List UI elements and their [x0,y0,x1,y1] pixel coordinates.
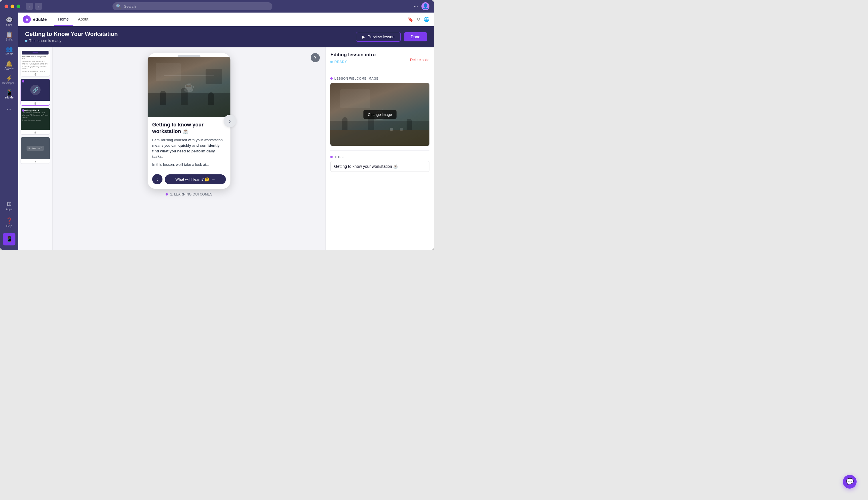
preview-lesson-button[interactable]: ▶ Preview lesson [356,32,400,42]
sidebar-item-shifts[interactable]: 📋 Shifts [1,30,17,43]
slide-thumb-6[interactable]: Knowledge Check How much do you know abo… [21,108,50,135]
close-button[interactable] [4,4,8,8]
next-slide-button[interactable]: › [224,115,236,127]
section-title-text: TITLE [334,155,344,159]
panel-status-dot [330,61,332,63]
section-dot-image [330,77,332,80]
sidebar-item-teams[interactable]: 👥 Teams [1,44,17,58]
main-content: e eduMe Home About 🔖 ↻ 🌐 Getting to Know [18,13,434,250]
mobile-preview: ☕ Getting to know your workstation ☕ [148,53,230,189]
teams-icon: 👥 [6,46,13,52]
maximize-button[interactable] [16,4,20,8]
content-area: Part Two: The POS System: 101 Now take a… [18,47,434,250]
slide-number-5: 5 [21,102,50,105]
shifts-icon: 📋 [6,32,13,37]
refresh-icon[interactable]: ↻ [417,16,420,22]
change-image-button[interactable]: Change image [363,110,397,119]
slide-5-content: 🔗 [21,79,50,101]
developer-icon: ⚡ [6,75,13,81]
sidebar-item-help[interactable]: ❓ Help [1,215,17,230]
right-panel: Editing lesson intro READY Delete slide … [326,47,434,250]
lesson-image-preview: ☕ Change image [330,83,429,146]
status-text: The lesson is ready [29,38,61,43]
slide-thumb-7[interactable]: Section 1 of 5 7 [21,137,50,164]
mobile-icon: 📱 [6,236,13,242]
sidebar-item-developer[interactable]: ⚡ Developer... [1,73,17,87]
cta-label: What will I learn? 🤔 [175,177,209,182]
more-apps-icon[interactable]: ··· [5,104,13,114]
sidebar-label-edume: eduMe [5,96,14,99]
tab-about[interactable]: About [74,13,93,26]
lo-text: 2. LEARNING OUTCOMES [170,192,212,196]
chat-icon: 💬 [6,17,13,23]
mobile-device-button[interactable]: 📱 [3,233,15,246]
user-avatar[interactable]: 👤 [421,2,429,10]
bookmark-icon[interactable]: 🔖 [407,16,413,22]
mobile-description-2: In this lesson, we'll take a look at... [152,162,226,168]
done-button[interactable]: Done [404,32,427,42]
cta-arrow-icon: → [212,177,215,182]
slide-thumb-4[interactable]: Part Two: The POS System: 101 Now take a… [21,50,50,77]
section-title-label: TITLE [330,155,429,159]
slide-7-content: Section 1 of 5 [21,137,50,159]
status-dot [25,40,27,42]
activity-icon: 🔔 [6,61,13,67]
lesson-header: Getting to Know Your Workstation The les… [18,26,434,47]
mobile-nav: ‹ What will I learn? 🤔 → [148,171,230,189]
mobile-lesson-title: Getting to know your workstation ☕ [152,122,226,135]
help-button[interactable]: ? [311,53,320,62]
preview-area: ? [53,47,326,250]
sidebar-item-apps[interactable]: ⊞ Apps [1,198,17,213]
mobile-image: ☕ [148,57,230,117]
app-body: 💬 Chat 📋 Shifts 👥 Teams 🔔 Activity ⚡ Dev… [0,13,434,250]
section-dot-title [330,156,332,158]
topnav: e eduMe Home About 🔖 ↻ 🌐 [18,13,434,26]
mobile-cta-button[interactable]: What will I learn? 🤔 → [165,174,226,184]
forward-button[interactable]: › [35,3,42,10]
slide-dot-6 [22,109,24,112]
search-bar[interactable]: 🔍 [113,2,272,10]
mobile-body: Getting to know your workstation ☕ Famil… [148,117,230,171]
sidebar-label-activity: Activity [4,67,14,70]
mobile-preview-wrapper: ☕ Getting to know your workstation ☕ [148,53,230,189]
panel-info: Editing lesson intro READY [330,52,376,67]
section-image-text: LESSON WELCOME IMAGE [334,77,379,80]
sidebar-label-shifts: Shifts [5,38,13,41]
panel-divider-1 [330,72,429,72]
titlebar: ‹ › 🔍 ··· 👤 [0,0,434,13]
sidebar-item-chat[interactable]: 💬 Chat [1,15,17,29]
globe-icon[interactable]: 🌐 [424,16,429,22]
lesson-title-input[interactable] [330,161,429,172]
app-logo: e eduMe [23,15,47,23]
mobile-back-button[interactable]: ‹ [152,174,162,184]
active-slide-dot [22,80,24,82]
help-icon: ❓ [6,217,13,224]
lesson-info: Getting to Know Your Workstation The les… [25,31,356,43]
delete-slide-button[interactable]: Delete slide [410,58,429,62]
sidebar-bottom: ⊞ Apps ❓ Help 📱 [1,198,17,248]
back-button[interactable]: ‹ [26,3,33,10]
topnav-right: 🔖 ↻ 🌐 [407,16,429,22]
minimize-button[interactable] [11,4,14,8]
edume-icon: 📱 [6,90,13,95]
search-input[interactable] [124,4,269,9]
sidebar-label-apps: Apps [6,208,13,211]
lesson-actions: ▶ Preview lesson Done [356,32,427,42]
search-icon: 🔍 [116,4,122,9]
slide-panel: Part Two: The POS System: 101 Now take a… [18,47,53,250]
more-options-icon[interactable]: ··· [414,3,418,9]
tab-home[interactable]: Home [54,13,74,26]
app-window: ‹ › 🔍 ··· 👤 💬 Chat 📋 Shifts � [0,0,434,250]
panel-divider-2 [330,150,429,151]
play-icon: ▶ [362,35,365,39]
sidebar-item-activity[interactable]: 🔔 Activity [1,58,17,72]
sidebar-label-help: Help [6,225,12,228]
sidebar-label-chat: Chat [6,23,12,26]
nav-tabs: Home About [54,13,93,26]
sidebar: 💬 Chat 📋 Shifts 👥 Teams 🔔 Activity ⚡ Dev… [0,13,18,250]
sidebar-label-teams: Teams [5,53,13,56]
slide-thumb-5[interactable]: 🔗 5 [21,79,50,105]
sidebar-item-edume[interactable]: 📱 eduMe [1,87,17,101]
slide-number-7: 7 [21,160,50,163]
apps-icon: ⊞ [7,200,12,207]
